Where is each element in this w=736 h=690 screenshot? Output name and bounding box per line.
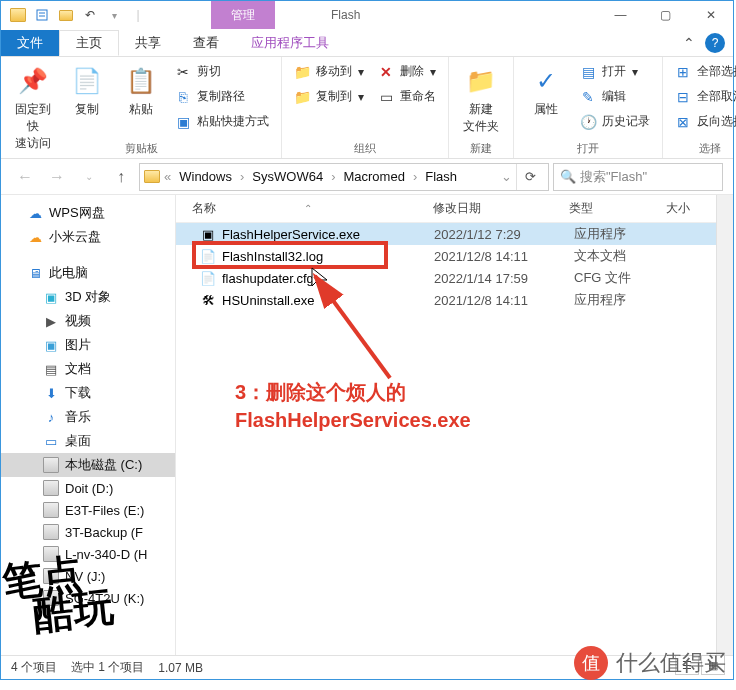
vertical-scrollbar[interactable] (716, 195, 733, 655)
address-bar-row: ← → ⌄ ↑ « Windows› SysWOW64› Macromed› F… (1, 159, 733, 195)
paste-button[interactable]: 📋粘贴 (117, 61, 165, 122)
selection-size: 1.07 MB (158, 661, 203, 675)
sidebar-item[interactable]: ⬇下载 (1, 381, 175, 405)
address-dropdown-icon[interactable]: ⌄ (501, 169, 512, 184)
view-details-button[interactable]: ☰ (675, 655, 699, 675)
sidebar-item[interactable]: ☁WPS网盘 (1, 201, 175, 225)
address-bar[interactable]: « Windows› SysWOW64› Macromed› Flash ⌄ ⟳ (139, 163, 549, 191)
sidebar-drive[interactable]: 本地磁盘 (C:) (1, 453, 175, 477)
view-thumbnails-button[interactable]: ▦ (701, 655, 725, 675)
refresh-button[interactable]: ⟳ (516, 164, 544, 190)
sidebar-drive[interactable]: NV (J:) (1, 565, 175, 587)
nav-forward-button[interactable]: → (43, 163, 71, 191)
breadcrumb[interactable]: Macromed (339, 169, 408, 184)
file-row[interactable]: 🛠HSUninstall.exe2021/12/8 14:11应用程序 (176, 289, 716, 311)
select-none-button[interactable]: ⊟全部取消 (671, 86, 736, 107)
file-row[interactable]: ▣FlashHelperService.exe2022/1/12 7:29应用程… (176, 223, 716, 245)
file-icon: 📄 (200, 248, 216, 264)
titlebar: ↶ ▾ | 管理 Flash — ▢ ✕ (1, 1, 733, 29)
sidebar-drive[interactable]: L-nv-340-D (H (1, 543, 175, 565)
minimize-button[interactable]: — (598, 1, 643, 29)
group-label: 选择 (663, 141, 736, 156)
file-row[interactable]: 📄flashupdater.cfg2022/1/14 17:59CFG 文件 (176, 267, 716, 289)
select-all-button[interactable]: ⊞全部选择 (671, 61, 736, 82)
ribbon: 📌固定到快 速访问 📄复制 📋粘贴 ✂剪切 ⎘复制路径 ▣粘贴快捷方式 剪贴板 … (1, 57, 733, 159)
label: 删除 (400, 63, 424, 80)
breadcrumb[interactable]: SysWOW64 (248, 169, 327, 184)
label: 复制 (75, 101, 99, 118)
sidebar-item[interactable]: ▤文档 (1, 357, 175, 381)
sidebar-item[interactable]: ▣图片 (1, 333, 175, 357)
breadcrumb[interactable]: Windows (175, 169, 236, 184)
copy-to-button[interactable]: 📁复制到 ▾ (290, 86, 368, 107)
nav-back-button[interactable]: ← (11, 163, 39, 191)
label: 历史记录 (602, 113, 650, 130)
column-headers: 名称⌃ 修改日期 类型 大小 (176, 195, 716, 223)
tab-app-tools[interactable]: 应用程序工具 (235, 30, 345, 56)
help-button[interactable]: ? (705, 33, 725, 53)
qat-properties[interactable] (31, 4, 53, 26)
col-type[interactable]: 类型 (561, 200, 658, 217)
properties-button[interactable]: ✓属性 (522, 61, 570, 122)
sidebar-drive[interactable]: E3T-Files (E:) (1, 499, 175, 521)
col-date[interactable]: 修改日期 (425, 200, 560, 217)
sidebar-item[interactable]: ▣3D 对象 (1, 285, 175, 309)
copy-button[interactable]: 📄复制 (63, 61, 111, 122)
qat-separator: | (127, 4, 149, 26)
nav-up-button[interactable]: ↑ (107, 163, 135, 191)
sidebar-item[interactable]: ♪音乐 (1, 405, 175, 429)
label: 重命名 (400, 88, 436, 105)
breadcrumb[interactable]: Flash (421, 169, 461, 184)
history-button[interactable]: 🕐历史记录 (576, 111, 654, 132)
copy-path-button[interactable]: ⎘复制路径 (171, 86, 273, 107)
sidebar-drive[interactable]: Doit (D:) (1, 477, 175, 499)
edit-button[interactable]: ✎编辑 (576, 86, 654, 107)
tab-file[interactable]: 文件 (1, 30, 59, 56)
open-button[interactable]: ▤打开 ▾ (576, 61, 654, 82)
sort-indicator-icon: ⌃ (304, 203, 312, 214)
delete-button[interactable]: ✕删除 ▾ (374, 61, 440, 82)
sidebar-item[interactable]: ☁小米云盘 (1, 225, 175, 249)
file-icon: 🛠 (200, 292, 216, 308)
rename-button[interactable]: ▭重命名 (374, 86, 440, 107)
label: 复制到 (316, 88, 352, 105)
nav-recent-dropdown[interactable]: ⌄ (75, 163, 103, 191)
cut-button[interactable]: ✂剪切 (171, 61, 273, 82)
label: 属性 (534, 101, 558, 118)
label: 全部选择 (697, 63, 736, 80)
file-list[interactable]: ▣FlashHelperService.exe2022/1/12 7:29应用程… (176, 223, 716, 655)
qat-undo[interactable]: ↶ (79, 4, 101, 26)
close-button[interactable]: ✕ (688, 1, 733, 29)
qat-new-folder[interactable] (55, 4, 77, 26)
sidebar-drive[interactable]: SG-4T2U (K:) (1, 587, 175, 609)
group-label: 组织 (282, 141, 448, 156)
group-label: 剪贴板 (1, 141, 281, 156)
label: 反向选择 (697, 113, 736, 130)
sidebar-item[interactable]: ▭桌面 (1, 429, 175, 453)
label: 全部取消 (697, 88, 736, 105)
sidebar-item[interactable]: ▶视频 (1, 309, 175, 333)
item-count: 4 个项目 (11, 659, 57, 676)
tab-share[interactable]: 共享 (119, 30, 177, 56)
qat-dropdown[interactable]: ▾ (103, 4, 125, 26)
col-size[interactable]: 大小 (658, 200, 716, 217)
file-row[interactable]: 📄FlashInstall32.log2021/12/8 14:11文本文档 (176, 245, 716, 267)
tab-home[interactable]: 主页 (59, 30, 119, 56)
file-icon: ▣ (200, 226, 216, 242)
paste-shortcut-button[interactable]: ▣粘贴快捷方式 (171, 111, 273, 132)
window-title: Flash (331, 1, 360, 29)
invert-selection-button[interactable]: ⊠反向选择 (671, 111, 736, 132)
search-input[interactable]: 🔍 搜索"Flash" (553, 163, 723, 191)
sidebar-drive[interactable]: 3T-Backup (F (1, 521, 175, 543)
maximize-button[interactable]: ▢ (643, 1, 688, 29)
tab-view[interactable]: 查看 (177, 30, 235, 56)
ribbon-collapse-icon[interactable]: ⌃ (683, 35, 695, 51)
navigation-pane[interactable]: ☁WPS网盘☁小米云盘🖥此电脑▣3D 对象▶视频▣图片▤文档⬇下载♪音乐▭桌面本… (1, 195, 176, 655)
ribbon-tabs: 文件 主页 共享 查看 应用程序工具 ⌃ ? (1, 29, 733, 57)
label: 编辑 (602, 88, 626, 105)
folder-icon (144, 170, 160, 183)
move-to-button[interactable]: 📁移动到 ▾ (290, 61, 368, 82)
col-name[interactable]: 名称⌃ (184, 200, 425, 217)
sidebar-this-pc[interactable]: 🖥此电脑 (1, 261, 175, 285)
new-folder-button[interactable]: 📁新建 文件夹 (457, 61, 505, 139)
